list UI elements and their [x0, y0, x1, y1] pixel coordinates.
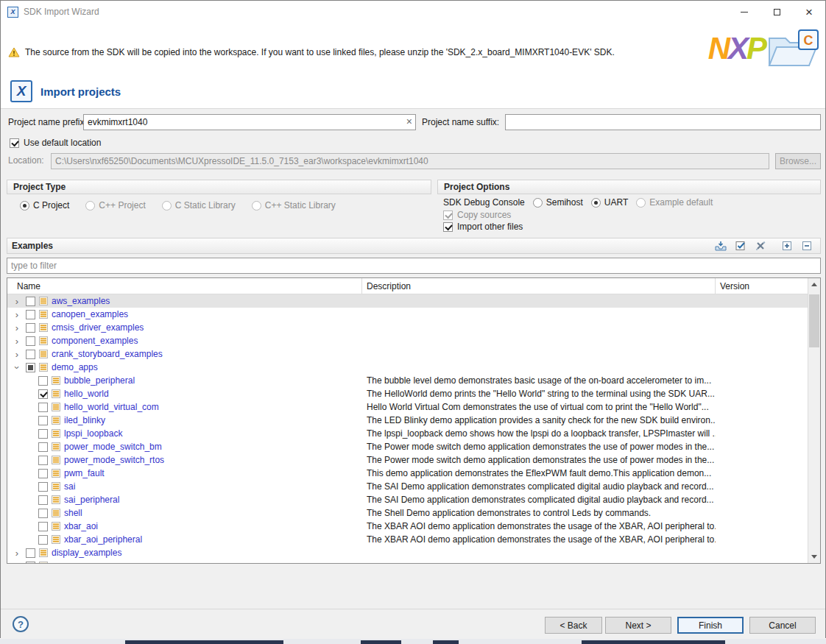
- tree-row[interactable]: ›component_examples: [7, 334, 808, 347]
- column-header-name[interactable]: Name: [7, 278, 362, 294]
- vertical-scrollbar[interactable]: [808, 278, 820, 563]
- radio-icon[interactable]: [162, 201, 172, 210]
- tree-expand-icon[interactable]: ›: [11, 297, 23, 306]
- tree-row[interactable]: power_mode_switch_rtosThe Power mode swi…: [7, 453, 808, 467]
- tree-item-label[interactable]: component_examples: [52, 336, 138, 346]
- tree-item-checkbox[interactable]: [38, 535, 48, 545]
- tree-item-label[interactable]: cmsis_driver_examples: [52, 322, 144, 333]
- project-name-suffix-input[interactable]: [505, 114, 821, 130]
- tree-item-checkbox[interactable]: [38, 456, 48, 465]
- tree-row[interactable]: saiThe SAI Demo application demonstrates…: [7, 480, 808, 493]
- tree-item-checkbox[interactable]: [38, 429, 48, 439]
- tree-row[interactable]: ›crank_storyboard_examples: [7, 347, 808, 361]
- import-archive-icon[interactable]: [714, 240, 727, 252]
- tree-item-checkbox[interactable]: [38, 389, 48, 399]
- deselect-all-icon[interactable]: [754, 240, 767, 252]
- tree-item-label[interactable]: sai_peripheral: [64, 495, 119, 505]
- tree-row[interactable]: sai_peripheralThe SAI Demo application d…: [7, 493, 808, 506]
- tree-item-checkbox[interactable]: [38, 509, 48, 518]
- help-button[interactable]: ?: [13, 616, 29, 632]
- tree-item-checkbox[interactable]: [26, 323, 35, 333]
- expand-all-icon[interactable]: [780, 240, 794, 252]
- tree-item-checkbox[interactable]: [26, 548, 35, 558]
- tree-item-label[interactable]: hello_world_virtual_com: [64, 402, 159, 412]
- tree-item-checkbox[interactable]: [26, 297, 35, 306]
- debug-console-option[interactable]: Semihost: [533, 197, 583, 208]
- tree-collapse-icon[interactable]: ›: [13, 362, 22, 372]
- select-all-icon[interactable]: [734, 240, 747, 252]
- tree-item-label[interactable]: pwm_fault: [64, 468, 105, 478]
- tree-item-label[interactable]: xbar_aoi_peripheral: [64, 534, 142, 545]
- scrollbar-thumb[interactable]: [809, 294, 819, 347]
- radio-icon[interactable]: [636, 198, 646, 208]
- back-button[interactable]: < Back: [545, 617, 602, 634]
- tree-item-label[interactable]: iled_blinky: [64, 415, 105, 425]
- tree-row[interactable]: ›canopen_examples: [7, 308, 808, 321]
- radio-icon[interactable]: [20, 201, 29, 210]
- checkbox-icon[interactable]: [443, 210, 453, 220]
- tree-item-label[interactable]: demo_apps: [52, 362, 98, 372]
- project-options-checkbox-row[interactable]: Import other files: [443, 222, 523, 232]
- tree-row[interactable]: iled_blinkyThe LED Blinky demo applicati…: [7, 414, 808, 427]
- column-header-version[interactable]: Version: [716, 278, 808, 294]
- tree-expand-icon[interactable]: ›: [11, 548, 23, 558]
- close-button[interactable]: ×: [793, 1, 825, 23]
- tree-item-checkbox[interactable]: [26, 562, 35, 564]
- tree-expand-icon[interactable]: ›: [11, 336, 23, 346]
- next-button[interactable]: Next >: [605, 617, 671, 634]
- collapse-all-icon[interactable]: [800, 240, 813, 252]
- tree-row[interactable]: bubble_peripheralThe bubble level demo d…: [7, 374, 808, 387]
- filter-input[interactable]: [7, 258, 821, 274]
- radio-icon[interactable]: [85, 201, 95, 210]
- radio-icon[interactable]: [591, 198, 601, 208]
- use-default-location-row[interactable]: Use default location: [10, 138, 101, 148]
- tree-item-checkbox[interactable]: [26, 310, 35, 319]
- tree-item-checkbox[interactable]: [38, 522, 48, 531]
- tree-row[interactable]: ›cmsis_driver_examples: [7, 321, 808, 334]
- checkbox-icon[interactable]: [443, 222, 453, 232]
- tree-item-checkbox[interactable]: [38, 495, 48, 505]
- tree-row[interactable]: ›aws_examples: [7, 294, 808, 308]
- tree-item-label[interactable]: xbar_aoi: [64, 521, 98, 531]
- tree-item-checkbox[interactable]: [38, 403, 48, 412]
- project-options-checkbox-row[interactable]: Copy sources: [443, 210, 511, 220]
- tree-item-label[interactable]: canopen_examples: [52, 309, 128, 319]
- tree-item-checkbox[interactable]: [38, 376, 48, 386]
- tree-item-label[interactable]: sai: [64, 481, 75, 492]
- tree-item-checkbox[interactable]: [26, 363, 35, 372]
- tree-expand-icon[interactable]: ›: [11, 562, 23, 564]
- tree-row[interactable]: power_mode_switch_bmThe Power mode switc…: [7, 440, 808, 453]
- column-header-description[interactable]: Description: [362, 278, 716, 294]
- tree-row[interactable]: ›: [7, 559, 808, 563]
- radio-icon[interactable]: [252, 201, 261, 210]
- tree-expand-icon[interactable]: ›: [11, 350, 23, 359]
- tree-row[interactable]: pwm_faultThis demo application demonstra…: [7, 467, 808, 480]
- tree-row[interactable]: xbar_aoi_peripheralThe XBAR AOI demo app…: [7, 533, 808, 546]
- radio-icon[interactable]: [533, 198, 543, 208]
- debug-console-option[interactable]: UART: [591, 197, 628, 208]
- debug-console-option[interactable]: Example default: [636, 197, 713, 208]
- tree-item-checkbox[interactable]: [38, 416, 48, 425]
- tree-row[interactable]: ›demo_apps: [7, 361, 808, 374]
- tree-item-checkbox[interactable]: [26, 336, 35, 346]
- tree-item-label[interactable]: display_examples: [52, 548, 121, 558]
- tree-item-label[interactable]: lpspi_loopback: [64, 428, 122, 439]
- tree-row[interactable]: shellThe Shell Demo application demonstr…: [7, 506, 808, 520]
- tree-expand-icon[interactable]: ›: [11, 323, 23, 333]
- project-type-option[interactable]: C++ Project: [85, 200, 145, 210]
- tree-row[interactable]: hello_world_virtual_comHello World Virtu…: [7, 400, 808, 414]
- tree-row[interactable]: lpspi_loopbackThe lpspi_loopback demo sh…: [7, 427, 808, 440]
- tree-item-checkbox[interactable]: [26, 350, 35, 359]
- clear-prefix-icon[interactable]: ×: [406, 116, 412, 127]
- project-type-option[interactable]: C Static Library: [162, 200, 236, 210]
- tree-item-checkbox[interactable]: [38, 442, 48, 452]
- tree-item-label[interactable]: hello_world: [64, 389, 109, 399]
- project-name-prefix-input[interactable]: [83, 114, 416, 130]
- scroll-down-button[interactable]: [808, 551, 820, 563]
- tree-item-checkbox[interactable]: [38, 482, 48, 492]
- tree-item-label[interactable]: crank_storyboard_examples: [52, 349, 163, 359]
- tree-item-label[interactable]: shell: [64, 508, 82, 518]
- maximize-button[interactable]: [760, 1, 793, 23]
- tree-item-label[interactable]: power_mode_switch_rtos: [64, 455, 164, 465]
- tree-item-label[interactable]: aws_examples: [52, 296, 110, 306]
